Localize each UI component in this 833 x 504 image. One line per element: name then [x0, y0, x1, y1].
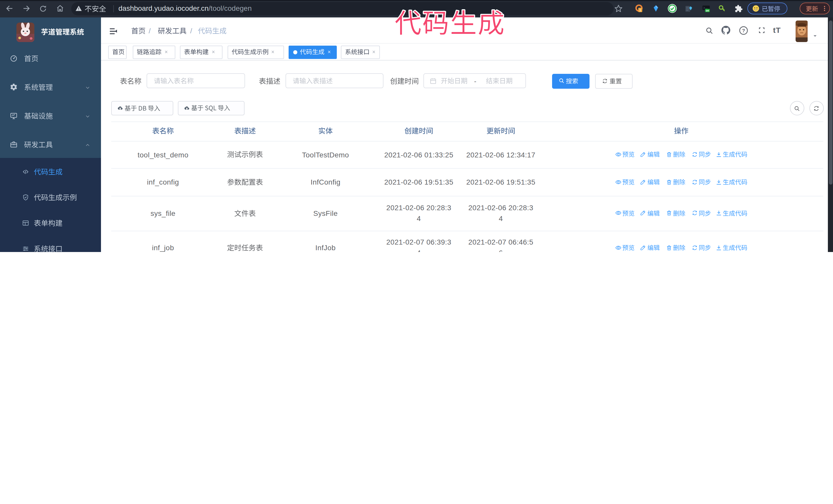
svg-text:on: on: [705, 9, 709, 12]
svg-text:1: 1: [639, 8, 641, 12]
svg-text:?: ?: [742, 28, 745, 33]
